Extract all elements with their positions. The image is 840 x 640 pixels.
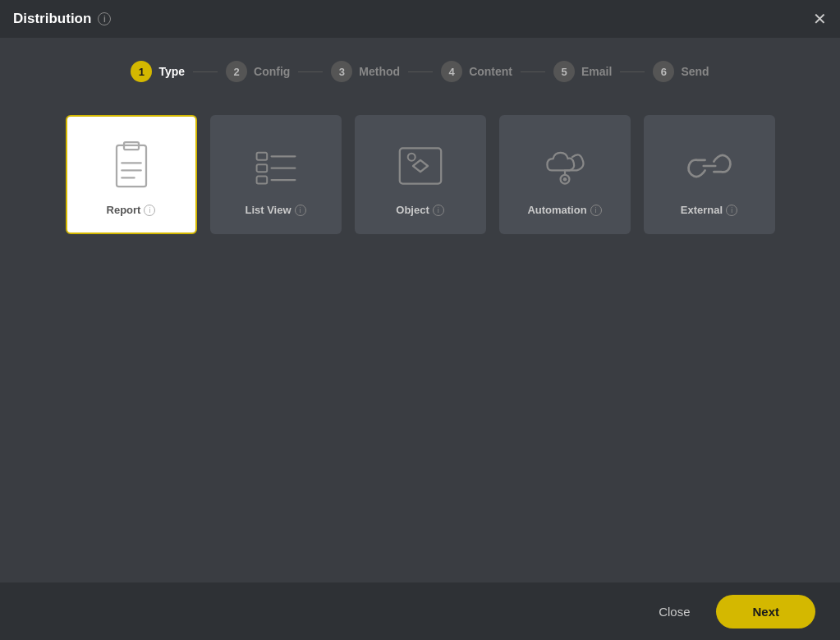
- external-icon: [677, 133, 742, 199]
- step-config[interactable]: 2Config: [218, 61, 298, 82]
- card-label-automation: Automation: [527, 204, 586, 216]
- card-info-list-view[interactable]: i: [295, 205, 306, 216]
- step-method[interactable]: 3Method: [323, 61, 408, 82]
- type-card-external[interactable]: Externali: [644, 115, 775, 234]
- step-circle-5: 5: [553, 61, 575, 82]
- card-label-row-report: Reporti: [107, 204, 156, 216]
- stepper: 1Type2Config3Method4Content5Email6Send: [0, 38, 840, 99]
- card-label-row-list-view: List Viewi: [245, 204, 305, 216]
- card-info-automation[interactable]: i: [590, 205, 602, 216]
- type-card-automation[interactable]: Automationi: [499, 115, 631, 234]
- next-button[interactable]: Next: [716, 595, 815, 628]
- type-card-object[interactable]: Objecti: [355, 115, 486, 234]
- automation-icon: [532, 133, 598, 199]
- type-card-report[interactable]: Reporti: [66, 115, 197, 234]
- modal-title-text: Distribution: [13, 11, 91, 27]
- type-cards-container: Reporti List Viewi Objecti Automationi E…: [66, 115, 775, 234]
- card-label-row-external: Externali: [681, 204, 737, 216]
- step-label-3: Method: [359, 65, 400, 78]
- card-label-row-automation: Automationi: [527, 204, 601, 216]
- card-label-object: Object: [396, 204, 429, 216]
- step-type[interactable]: 1Type: [122, 61, 193, 82]
- card-label-report: Report: [107, 204, 141, 216]
- close-button[interactable]: Close: [645, 598, 703, 625]
- title-info-icon[interactable]: i: [98, 12, 111, 25]
- step-divider-1: [193, 71, 218, 72]
- card-label-row-object: Objecti: [396, 204, 443, 216]
- svg-rect-5: [256, 153, 267, 160]
- step-send[interactable]: 6Send: [645, 61, 717, 82]
- modal-title-group: Distribution i: [13, 11, 111, 27]
- step-label-2: Config: [254, 65, 290, 78]
- card-label-list-view: List View: [245, 204, 291, 216]
- svg-rect-7: [256, 164, 267, 172]
- distribution-modal: Distribution i ✕ 1Type2Config3Method4Con…: [0, 0, 840, 640]
- svg-point-12: [407, 154, 415, 161]
- card-info-external[interactable]: i: [726, 205, 737, 216]
- svg-point-14: [562, 177, 567, 182]
- step-circle-3: 3: [331, 61, 352, 82]
- svg-rect-9: [256, 177, 267, 184]
- step-label-6: Send: [681, 65, 709, 78]
- type-card-list-view[interactable]: List Viewi: [210, 115, 342, 234]
- step-content[interactable]: 4Content: [433, 61, 521, 82]
- step-circle-6: 6: [653, 61, 674, 82]
- object-icon: [388, 133, 453, 199]
- step-divider-4: [521, 71, 545, 72]
- step-label-1: Type: [158, 65, 185, 78]
- step-label-4: Content: [469, 65, 512, 78]
- svg-rect-0: [117, 145, 146, 186]
- card-label-external: External: [681, 204, 723, 216]
- step-divider-3: [408, 71, 433, 72]
- report-icon: [99, 133, 164, 199]
- step-circle-1: 1: [131, 61, 152, 82]
- list-view-icon: [243, 133, 309, 199]
- step-circle-2: 2: [226, 61, 247, 82]
- modal-footer: Close Next: [0, 582, 840, 640]
- close-icon[interactable]: ✕: [813, 11, 827, 27]
- card-info-report[interactable]: i: [144, 205, 155, 216]
- card-info-object[interactable]: i: [433, 205, 444, 216]
- step-circle-4: 4: [441, 61, 462, 82]
- step-divider-2: [298, 71, 323, 72]
- modal-header: Distribution i ✕: [0, 0, 840, 38]
- content-area: Reporti List Viewi Objecti Automationi E…: [0, 99, 840, 582]
- step-email[interactable]: 5Email: [545, 61, 620, 82]
- step-label-5: Email: [581, 65, 612, 78]
- svg-rect-11: [399, 148, 440, 183]
- step-divider-5: [620, 71, 645, 72]
